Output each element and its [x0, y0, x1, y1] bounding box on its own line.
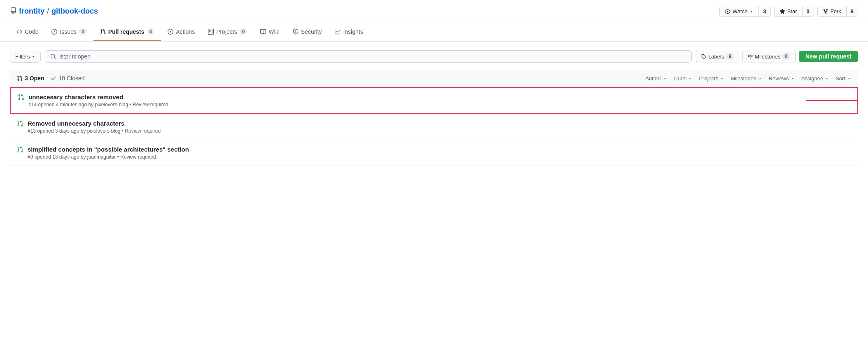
pr-item-3[interactable]: simplified concepts in "possible archite… — [10, 140, 858, 166]
org-name[interactable]: frontity — [19, 7, 44, 16]
fork-label: Fork — [831, 8, 841, 14]
repo-title: frontity / gitbook-docs — [10, 7, 98, 16]
pr-status-group: 3 Open 10 Closed — [17, 75, 639, 82]
page-header: frontity / gitbook-docs Watch 3 Star 0 — [0, 0, 868, 23]
filter-label-label: Label — [674, 75, 687, 82]
filter-reviews[interactable]: Reviews — [769, 75, 795, 82]
pr-list-header: 3 Open 10 Closed Author Label Projects — [10, 70, 858, 87]
toolbar: Filters is:pr is:open Labels 9 Milestone… — [10, 50, 858, 63]
pr-meta-2: #13 opened 3 days ago by pixelovers-blog… — [28, 128, 851, 134]
fork-count[interactable]: 8 — [847, 6, 858, 16]
star-label: Star — [787, 8, 797, 14]
pr-icon-1 — [18, 94, 24, 103]
closed-status[interactable]: 10 Closed — [51, 75, 84, 82]
pr-filters: Author Label Projects Milestones Reviews — [645, 75, 851, 82]
arrow-line — [806, 100, 858, 101]
open-status[interactable]: 3 Open — [17, 75, 44, 82]
pr-title-3[interactable]: simplified concepts in "possible archite… — [28, 146, 851, 153]
tab-actions[interactable]: Actions — [161, 23, 201, 41]
watch-label: Watch — [733, 8, 747, 14]
pr-title-1[interactable]: unnecesary characters removed — [28, 94, 850, 101]
tab-code-label: Code — [25, 28, 38, 35]
labels-button[interactable]: Labels 9 — [696, 50, 739, 63]
filter-sort[interactable]: Sort — [835, 75, 851, 82]
fork-group: Fork 8 — [817, 6, 858, 17]
milestones-button[interactable]: Milestones 0 — [742, 50, 796, 63]
pr-item-1[interactable]: unnecesary characters removed #14 opened… — [10, 87, 858, 114]
main-content: Filters is:pr is:open Labels 9 Milestone… — [0, 42, 868, 174]
tab-actions-label: Actions — [176, 28, 195, 35]
filter-projects[interactable]: Projects — [699, 75, 724, 82]
open-count-label: 3 Open — [25, 75, 44, 82]
fork-button[interactable]: Fork — [818, 6, 847, 16]
tab-projects[interactable]: Projects 0 — [201, 23, 254, 41]
tab-projects-label: Projects — [216, 28, 237, 35]
tab-wiki-label: Wiki — [268, 28, 279, 35]
milestones-label: Milestones — [755, 54, 780, 60]
filters-button[interactable]: Filters — [10, 51, 41, 63]
labels-label: Labels — [708, 54, 724, 60]
filter-assignee[interactable]: Assignee — [801, 75, 829, 82]
filter-milestones-label: Milestones — [730, 75, 756, 82]
separator: / — [47, 7, 49, 16]
tab-security[interactable]: Security — [286, 23, 329, 41]
closed-count-label: 10 Closed — [58, 75, 84, 82]
milestones-badge: 0 — [782, 53, 790, 60]
new-pr-button[interactable]: New pull request — [799, 51, 858, 62]
tab-pull-requests[interactable]: Pull requests 3 — [93, 23, 161, 41]
filter-sort-label: Sort — [835, 75, 845, 82]
watch-group: Watch 3 — [719, 6, 771, 17]
tab-security-label: Security — [301, 28, 322, 35]
tab-insights[interactable]: Insights — [328, 23, 369, 41]
star-count[interactable]: 0 — [803, 6, 814, 16]
filter-author-label: Author — [645, 75, 661, 82]
toolbar-right: Labels 9 Milestones 0 New pull request — [696, 50, 858, 63]
search-input[interactable]: is:pr is:open — [59, 53, 686, 60]
tab-pr-label: Pull requests — [108, 28, 145, 35]
tab-wiki[interactable]: Wiki — [254, 23, 286, 41]
filter-reviews-label: Reviews — [769, 75, 789, 82]
pr-title-2[interactable]: Removed unnecesary characters — [28, 120, 851, 127]
watch-button[interactable]: Watch — [720, 6, 759, 16]
search-box: is:pr is:open — [45, 50, 692, 63]
pr-icon-3 — [17, 146, 23, 155]
filter-milestones[interactable]: Milestones — [730, 75, 762, 82]
repo-icon — [10, 7, 16, 16]
labels-badge: 9 — [726, 53, 734, 60]
tab-issues-label: Issues — [60, 28, 76, 35]
tab-issues[interactable]: Issues 0 — [45, 23, 93, 41]
pr-content-1: unnecesary characters removed #14 opened… — [28, 94, 850, 108]
tab-issues-badge: 0 — [79, 28, 87, 35]
arrow-annotation — [806, 97, 858, 104]
repo-name[interactable]: gitbook-docs — [51, 7, 98, 16]
filter-assignee-label: Assignee — [801, 75, 823, 82]
pr-item-2[interactable]: Removed unnecesary characters #13 opened… — [10, 114, 858, 140]
nav-tabs: Code Issues 0 Pull requests 3 Actions Pr… — [0, 23, 868, 42]
pr-list: 3 Open 10 Closed Author Label Projects — [10, 70, 858, 166]
star-button[interactable]: Star — [775, 6, 803, 16]
filter-label[interactable]: Label — [674, 75, 693, 82]
watch-count[interactable]: 3 — [759, 6, 770, 16]
tab-insights-label: Insights — [343, 28, 363, 35]
star-group: Star 0 — [774, 6, 814, 17]
filter-projects-label: Projects — [699, 75, 718, 82]
header-actions: Watch 3 Star 0 Fork 8 — [719, 6, 858, 17]
pr-meta-3: #9 opened 13 days ago by juanmaguitar • … — [28, 154, 851, 160]
filters-label: Filters — [15, 54, 30, 60]
tab-code[interactable]: Code — [10, 23, 45, 41]
pr-content-3: simplified concepts in "possible archite… — [28, 146, 851, 160]
pr-content-2: Removed unnecesary characters #13 opened… — [28, 120, 851, 134]
pr-meta-1: #14 opened 4 minutes ago by pixelovers-b… — [28, 102, 850, 108]
tab-pr-badge: 3 — [147, 28, 155, 35]
filter-author[interactable]: Author — [645, 75, 667, 82]
pr-icon-2 — [17, 120, 23, 129]
pr-item-wrapper-1: unnecesary characters removed #14 opened… — [10, 87, 858, 114]
tab-projects-badge: 0 — [240, 28, 247, 35]
